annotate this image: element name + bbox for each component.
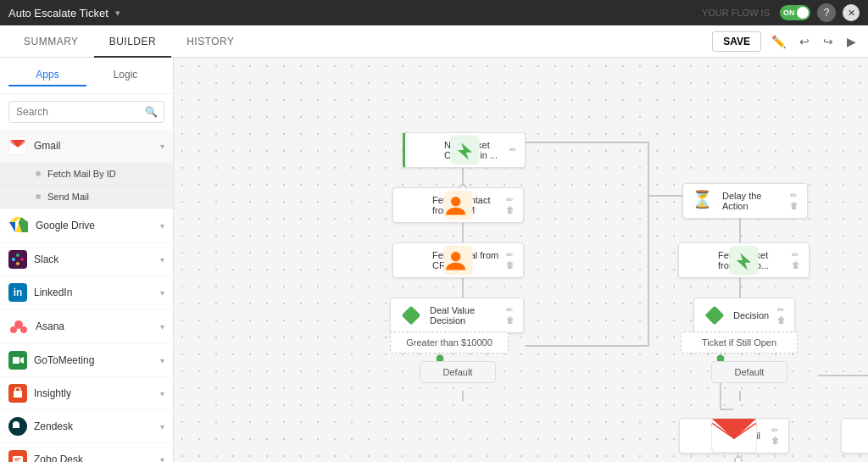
edit-node-btn[interactable]: ✏	[771, 426, 780, 435]
asana-label: Asana	[36, 320, 160, 332]
delete-node-btn[interactable]: 🗑	[506, 261, 515, 270]
zendesk-label: Zendesk	[34, 420, 160, 432]
zoho-desk-label: Zoho Desk	[34, 454, 160, 462]
search-box: 🔍	[0, 94, 173, 130]
sub-dot	[36, 194, 41, 199]
svg-rect-13	[13, 357, 19, 364]
node-delay[interactable]: ⏳ Delay the Action ✏ 🗑	[682, 183, 808, 219]
edit-node-btn[interactable]: ✏	[792, 251, 800, 259]
decision2-label: Decision	[733, 310, 774, 320]
node-decision2[interactable]: Decision ✏ 🗑	[693, 298, 795, 333]
sidebar-tabs: Apps Logic	[0, 58, 173, 94]
sidebar-subitem-send-mail[interactable]: Send Mail	[0, 186, 173, 209]
fetch-contact-label: Fetch Contact from CRM	[432, 195, 503, 215]
flow-canvas[interactable]: New Ticket Created in ... ✏ Fetch Contac…	[174, 58, 868, 462]
sub-dot	[36, 171, 41, 176]
decision2-actions: ✏ 🗑	[777, 306, 786, 325]
flow-toggle[interactable]: ON	[780, 5, 810, 20]
node-send-channel[interactable]: Send Channel Message ✏ 🗑	[841, 418, 868, 454]
trigger-actions: ✏	[509, 146, 516, 154]
toggle-on-text: ON	[783, 6, 795, 19]
slack-chevron: ▾	[160, 255, 164, 264]
edit-node-btn[interactable]: ✏	[506, 306, 515, 314]
svg-rect-6	[12, 258, 14, 261]
delay-label: Delay the Action	[722, 191, 787, 211]
redo-icon[interactable]: ↪	[820, 33, 837, 50]
branch-ticket-open[interactable]: Ticket if Still Open	[681, 331, 798, 353]
help-button[interactable]: ?	[817, 3, 836, 22]
edit-node-btn[interactable]: ✏	[777, 306, 786, 314]
sidebar-item-insightly[interactable]: Insightly ▾	[0, 377, 173, 410]
sidebar-subitem-fetch-mail[interactable]: Fetch Mail By ID	[0, 163, 173, 186]
node-fetch-ticket[interactable]: Fetch Ticket from Supp... ✏ 🗑	[678, 242, 810, 278]
delete-node-btn[interactable]: 🗑	[771, 437, 780, 445]
send-mail-icon	[688, 424, 712, 448]
search-input[interactable]	[8, 101, 164, 123]
delete-node-btn[interactable]: 🗑	[506, 316, 515, 325]
linkedin-icon: in	[8, 283, 27, 302]
branch-default1[interactable]: Default	[420, 361, 496, 383]
node-deal-decision[interactable]: Deal Value Decision ✏ 🗑	[390, 298, 524, 333]
delete-node-btn[interactable]: 🗑	[777, 316, 786, 325]
send-channel-icon	[850, 424, 868, 448]
close-button[interactable]: ✕	[843, 4, 860, 21]
fetch-contact-icon	[402, 193, 426, 217]
svg-rect-9	[20, 258, 24, 261]
branch-greater[interactable]: Greater than $10000	[390, 331, 509, 353]
edit-node-btn[interactable]: ✏	[790, 192, 798, 200]
svg-point-11	[10, 326, 17, 333]
gmail-icon	[8, 136, 27, 155]
svg-point-12	[20, 326, 27, 333]
gotomeeting-chevron: ▾	[160, 356, 164, 365]
undo-icon[interactable]: ↩	[796, 33, 813, 50]
sidebar-item-gmail[interactable]: Gmail ▾	[0, 130, 173, 163]
node-fetch-deal[interactable]: Fetch Deal from CRM ✏ 🗑	[392, 242, 524, 278]
edit-node-btn[interactable]: ✏	[506, 251, 515, 259]
gotomeeting-icon	[8, 351, 27, 370]
sidebar-item-google-drive[interactable]: Google Drive ▾	[0, 209, 173, 243]
sidebar-item-asana[interactable]: Asana ▾	[0, 309, 173, 344]
search-icon: 🔍	[145, 106, 158, 118]
zoho-desk-chevron: ▾	[160, 455, 164, 463]
sidebar-item-slack[interactable]: Slack ▾	[0, 243, 173, 276]
node-send-mail[interactable]: Send Mail ✏ 🗑	[679, 418, 789, 454]
trigger-label: New Ticket Created in ...	[444, 140, 506, 160]
tab-summary[interactable]: SUMMARY	[8, 25, 94, 58]
slack-label: Slack	[34, 253, 160, 265]
sidebar-item-linkedin[interactable]: in LinkedIn ▾	[0, 276, 173, 309]
node-trigger[interactable]: New Ticket Created in ... ✏	[403, 132, 526, 168]
tab-builder[interactable]: BUILDER	[94, 25, 172, 58]
edit-icon[interactable]: ✏️	[768, 33, 789, 50]
decision2-icon	[703, 303, 726, 327]
delete-node-btn[interactable]: 🗑	[790, 202, 798, 210]
edit-node-btn[interactable]: ✏	[506, 196, 515, 204]
sidebar-item-gotomeeting[interactable]: GoToMeeting ▾	[0, 344, 173, 377]
sidebar-item-zendesk[interactable]: Zendesk ▾	[0, 410, 173, 443]
svg-rect-14	[14, 391, 22, 398]
play-icon[interactable]: ▶	[843, 33, 860, 50]
title-chevron[interactable]: ▾	[115, 8, 120, 19]
app-title: Auto Escalate Ticket	[8, 7, 108, 19]
send-mail-actions: ✏ 🗑	[771, 426, 780, 445]
sidebar-tab-logic[interactable]: Logic	[86, 64, 164, 86]
node-fetch-contact[interactable]: Fetch Contact from CRM ✏ 🗑	[392, 187, 524, 223]
edit-node-btn[interactable]: ✏	[509, 146, 516, 154]
svg-rect-8	[16, 262, 19, 265]
fetch-deal-label: Fetch Deal from CRM	[432, 250, 503, 270]
svg-point-36	[735, 457, 742, 462]
flow-status-label: YOUR FLOW IS	[702, 8, 770, 18]
save-button[interactable]: SAVE	[712, 31, 761, 52]
delete-node-btn[interactable]: 🗑	[792, 261, 800, 270]
asana-icon	[8, 316, 29, 337]
fetch-ticket-label: Fetch Ticket from Supp...	[718, 250, 788, 270]
tab-history[interactable]: HISTORY	[171, 25, 249, 58]
delete-node-btn[interactable]: 🗑	[506, 206, 515, 214]
gmail-label: Gmail	[34, 140, 160, 152]
slack-icon	[8, 250, 27, 269]
branch-default2[interactable]: Default	[711, 361, 787, 383]
fetch-deal-icon	[402, 248, 426, 272]
trigger-icon	[414, 138, 437, 162]
sidebar-item-zoho-desk[interactable]: Zoho Desk ▾	[0, 443, 173, 462]
google-drive-label: Google Drive	[36, 220, 160, 231]
sidebar-tab-apps[interactable]: Apps	[8, 64, 86, 86]
